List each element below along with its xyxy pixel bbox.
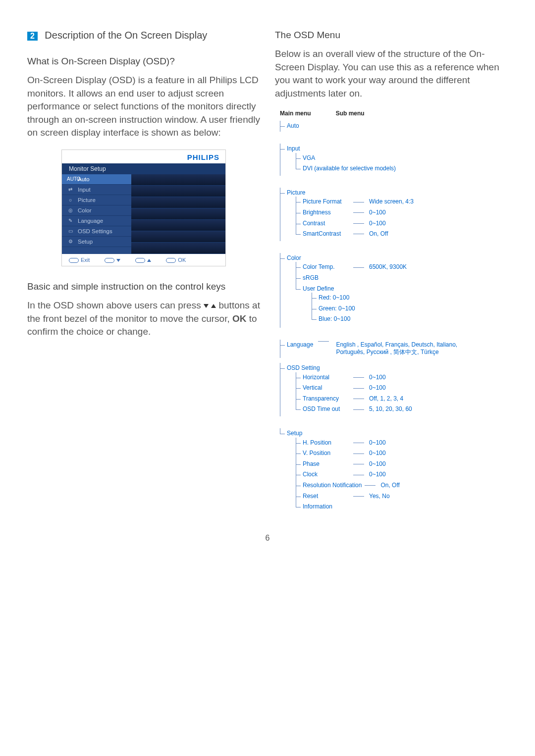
osd-brand: PHILIPS xyxy=(62,150,225,163)
osd-menu-label: Input xyxy=(78,187,91,193)
osd-menu-icon: ▭ xyxy=(67,228,74,234)
what-is-osd-body: On-Screen Display (OSD) is a feature in … xyxy=(27,74,260,140)
tree-node: Clock0~100 xyxy=(296,469,508,480)
tree-color: Color Color Temp.6500K, 9300K sRGB User … xyxy=(280,253,508,328)
tree-osd-setting: OSD Setting Horizontal0~100Vertical0~100… xyxy=(280,363,508,416)
tree-node: DVI (available for selective models) xyxy=(296,163,508,174)
osd-menu-item[interactable]: ▭OSD Settings xyxy=(62,226,131,237)
tree-node: Contrast0~100 xyxy=(296,218,508,229)
osd-menu-label: Auto xyxy=(78,176,90,182)
tree-node: H. Position0~100 xyxy=(296,438,508,449)
osd-menu-icon: AUTO xyxy=(67,176,74,182)
tree-color-temp: Color Temp.6500K, 9300K xyxy=(296,262,508,273)
osd-exit-button[interactable]: Exit xyxy=(69,257,90,263)
right-column: The OSD Menu Below is an overall view of… xyxy=(275,30,508,514)
tree-node: V. Position0~100 xyxy=(296,448,508,459)
osd-content-area xyxy=(131,174,225,254)
osd-menu-body: Below is an overall view of the structur… xyxy=(275,48,508,100)
osd-titlebar: Monitor Setup xyxy=(62,163,225,174)
osd-menu-icon: ✎ xyxy=(67,218,74,223)
page-number: 6 xyxy=(0,534,535,562)
tree-node: Resolution NotificationOn, Off xyxy=(296,480,508,491)
tree-node: Green: 0~100 xyxy=(312,303,508,314)
osd-menu-item[interactable]: ⇄Input xyxy=(62,185,131,195)
tree-user-define: User Define Red: 0~100Green: 0~100Blue: … xyxy=(296,284,508,326)
osd-menu-label: OSD Settings xyxy=(78,228,112,234)
osd-ok-button[interactable]: OK xyxy=(166,257,186,263)
main-menu-label: Main menu xyxy=(280,110,311,117)
sub-menu-label: Sub menu xyxy=(336,110,365,117)
osd-menu-icon: ⚙ xyxy=(67,239,74,244)
instruction-heading: Basic and simple instruction on the cont… xyxy=(27,281,260,292)
tree-node: Picture FormatWide screen, 4:3 xyxy=(296,197,508,207)
tree-node: ResetYes, No xyxy=(296,491,508,502)
osd-menu-label: Setup xyxy=(78,239,93,245)
tree-language: Language English , Español, Français, De… xyxy=(280,340,508,358)
tree-srgb: sRGB xyxy=(296,273,508,284)
osd-tree: Auto Input VGADVI (available for selecti… xyxy=(275,121,508,513)
what-is-osd-heading: What is On-Screen Display (OSD)? xyxy=(27,56,260,67)
osd-down-button[interactable] xyxy=(105,257,120,263)
osd-menu-label: Picture xyxy=(78,197,96,203)
tree-picture: Picture Picture FormatWide screen, 4:3Br… xyxy=(280,188,508,241)
tree-node: SmartContrastOn, Off xyxy=(296,229,508,240)
tree-node: Brightness0~100 xyxy=(296,207,508,218)
osd-menu-heading: The OSD Menu xyxy=(275,30,508,41)
osd-menu-label: Color xyxy=(78,207,91,213)
up-arrow-icon xyxy=(211,304,216,308)
osd-menu-label: Language xyxy=(78,218,103,224)
instruction-body: In the OSD shown above users can press b… xyxy=(27,299,260,339)
tree-node: Horizontal0~100 xyxy=(296,372,508,383)
osd-menu-icon: ☼ xyxy=(67,197,74,202)
osd-up-button[interactable] xyxy=(135,257,151,263)
tree-node: Vertical0~100 xyxy=(296,383,508,394)
osd-menu-item[interactable]: AUTOAuto xyxy=(62,174,131,185)
section-heading: 2 Description of the On Screen Display xyxy=(27,30,260,41)
tree-input: Input VGADVI (available for selective mo… xyxy=(280,144,508,176)
osd-panel: PHILIPS Monitor Setup AUTOAuto⇄Input☼Pic… xyxy=(61,150,226,266)
tree-header: Main menu Sub menu xyxy=(280,110,508,117)
tree-node: Blue: 0~100 xyxy=(312,314,508,325)
osd-menu-item[interactable]: ✎Language xyxy=(62,216,131,226)
tree-node: OSD Time out5, 10, 20, 30, 60 xyxy=(296,404,508,415)
section-number-badge: 2 xyxy=(27,32,38,41)
tree-node: Phase0~100 xyxy=(296,459,508,470)
tree-node: TransparencyOff, 1, 2, 3, 4 xyxy=(296,394,508,404)
tree-setup: Setup H. Position0~100V. Position0~100Ph… xyxy=(280,428,508,514)
tree-node: VGA xyxy=(296,153,508,164)
osd-menu-icon: ◎ xyxy=(67,207,74,213)
tree-node: Red: 0~100 xyxy=(312,293,508,303)
osd-menu-icon: ⇄ xyxy=(67,187,74,192)
ok-label: OK xyxy=(232,313,247,324)
osd-menu-list: AUTOAuto⇄Input☼Picture◎Color✎Language▭OS… xyxy=(62,174,131,254)
osd-menu-item[interactable]: ◎Color xyxy=(62,205,131,216)
down-arrow-icon xyxy=(204,304,209,308)
tree-node: Information xyxy=(296,502,508,512)
osd-menu-item[interactable]: ☼Picture xyxy=(62,195,131,205)
tree-auto: Auto xyxy=(280,121,508,132)
section-title: Description of the On Screen Display xyxy=(45,30,207,41)
osd-menu-item[interactable]: ⚙Setup xyxy=(62,237,131,247)
osd-footer: Exit OK xyxy=(62,254,225,266)
left-column: 2 Description of the On Screen Display W… xyxy=(27,30,260,514)
